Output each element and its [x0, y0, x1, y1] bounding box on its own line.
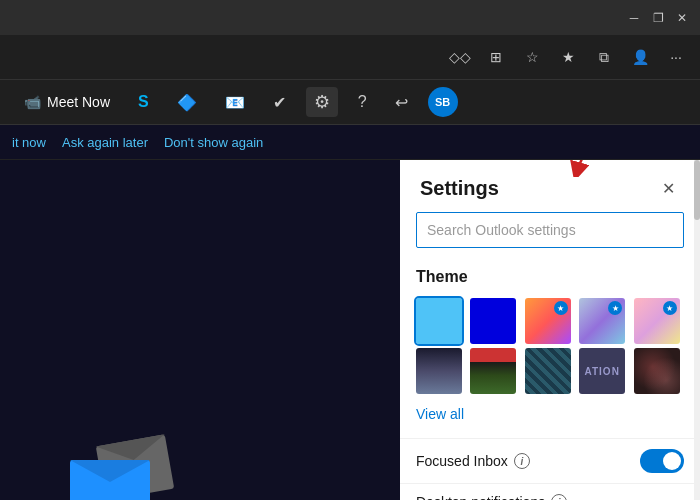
toolbar-icon-share[interactable]: ⧉	[588, 41, 620, 73]
desktop-notifications-row: Desktop notifications i	[400, 483, 700, 500]
browser-chrome: ─ ❐ ✕	[0, 0, 700, 35]
toolbar-icon-grid[interactable]: ⊞	[480, 41, 512, 73]
nav-settings-icon[interactable]: ⚙	[306, 87, 338, 117]
outlook-navbar: 📹 Meet Now S 🔷 📧 ✔ ⚙ ? ↩ SB	[0, 80, 700, 125]
user-avatar[interactable]: SB	[428, 87, 458, 117]
diamond-icon: 🔷	[177, 93, 197, 112]
desktop-notifications-label: Desktop notifications i	[416, 494, 684, 500]
nav-video-icon[interactable]: 📹 Meet Now	[16, 90, 118, 114]
theme-grid: ★ ★ ★ ATION	[400, 298, 700, 402]
help-icon: ?	[358, 93, 367, 111]
nav-diamond-icon[interactable]: 🔷	[169, 89, 205, 116]
gear-icon: ⚙	[314, 91, 330, 113]
theme-section-label: Theme	[400, 264, 700, 298]
theme-swatch-forest[interactable]	[470, 348, 516, 394]
nav-check-icon[interactable]: ✔	[265, 89, 294, 116]
theme-starred-badge: ★	[554, 301, 568, 315]
envelope-blue-icon	[70, 460, 150, 500]
toolbar-icon-user[interactable]: 👤	[624, 41, 656, 73]
toolbar-icon-circle[interactable]: ◇◇	[444, 41, 476, 73]
notif-link-ask-later[interactable]: Ask again later	[62, 135, 148, 150]
check-icon: ✔	[273, 93, 286, 112]
nav-back-icon[interactable]: ↩	[387, 89, 416, 116]
camera-icon: 📹	[24, 94, 41, 110]
focused-inbox-info-icon[interactable]: i	[514, 453, 530, 469]
search-box	[416, 212, 684, 248]
nav-help-icon[interactable]: ?	[350, 89, 375, 115]
nav-email-icon[interactable]: 📧	[217, 89, 253, 116]
theme-swatch-abstract2[interactable]: ★	[634, 298, 680, 344]
theme-swatch-letters[interactable]: ATION	[579, 348, 625, 394]
email-icon: 📧	[225, 93, 245, 112]
browser-toolbar: ◇◇ ⊞ ☆ ★ ⧉ 👤 ···	[0, 35, 700, 80]
theme-starred-badge-2: ★	[608, 301, 622, 315]
theme-swatch-sunset[interactable]: ★	[525, 298, 571, 344]
settings-title: Settings	[420, 177, 499, 200]
focused-inbox-row: Focused Inbox i	[400, 438, 700, 483]
toolbar-icon-star-fill[interactable]: ★	[552, 41, 584, 73]
desktop-notifications-info-icon[interactable]: i	[551, 494, 567, 500]
notification-bar: it now Ask again later Don't show again	[0, 125, 700, 160]
settings-panel: Type "Signature" Settings ✕ Theme	[400, 160, 700, 500]
theme-swatch-blue-solid[interactable]	[416, 298, 462, 344]
settings-search-input[interactable]	[416, 212, 684, 248]
notif-link-dont-show[interactable]: Don't show again	[164, 135, 263, 150]
theme-swatch-city[interactable]	[416, 348, 462, 394]
back-icon: ↩	[395, 93, 408, 112]
nav-skype-icon[interactable]: S	[130, 89, 157, 115]
theme-swatch-abstract1[interactable]: ★	[579, 298, 625, 344]
settings-close-button[interactable]: ✕	[656, 176, 680, 200]
theme-swatch-dark-blue[interactable]	[470, 298, 516, 344]
settings-header: Settings ✕	[400, 160, 700, 212]
theme-swatch-bokeh[interactable]	[634, 348, 680, 394]
toolbar-icon-star-outline[interactable]: ☆	[516, 41, 548, 73]
theme-swatch-pattern[interactable]	[525, 348, 571, 394]
main-area: Type "Signature" Settings ✕ Theme	[0, 160, 700, 500]
restore-button[interactable]: ❐	[650, 10, 666, 26]
notif-link-do-it[interactable]: it now	[12, 135, 46, 150]
scroll-indicator	[694, 160, 700, 500]
meet-now-label: Meet Now	[47, 94, 110, 110]
theme-starred-badge-3: ★	[663, 301, 677, 315]
focused-inbox-label: Focused Inbox i	[416, 453, 640, 469]
minimize-button[interactable]: ─	[626, 10, 642, 26]
focused-inbox-toggle[interactable]	[640, 449, 684, 473]
view-all-themes-link[interactable]: View all	[400, 402, 700, 438]
skype-icon: S	[138, 93, 149, 111]
toolbar-icon-more[interactable]: ···	[660, 41, 692, 73]
close-button[interactable]: ✕	[674, 10, 690, 26]
outlook-content-area	[0, 160, 400, 500]
scroll-thumb[interactable]	[694, 160, 700, 220]
